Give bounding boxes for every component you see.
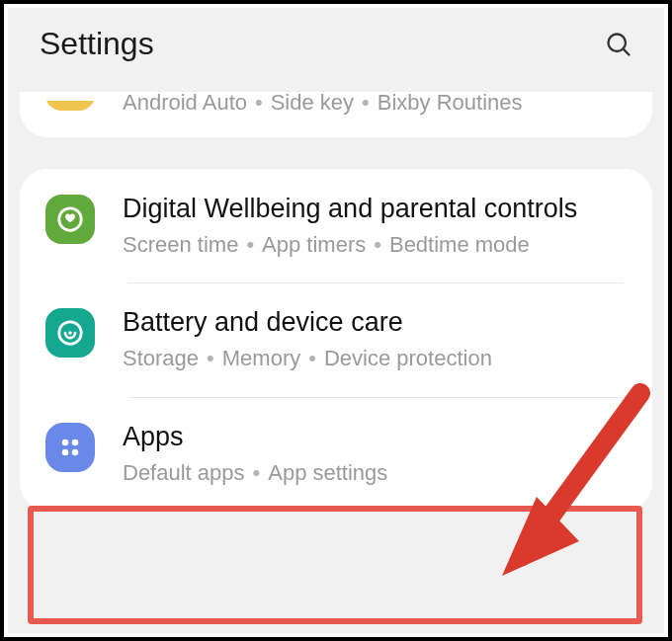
svg-line-1: [624, 48, 630, 54]
wellbeing-icon: [45, 195, 95, 244]
search-button[interactable]: [603, 29, 634, 60]
icon-wrap: [42, 306, 99, 358]
svg-point-5: [62, 440, 69, 446]
icon-wrap: [42, 421, 99, 472]
page-title: Settings: [40, 26, 154, 62]
settings-row-battery-device-care[interactable]: Battery and device care Storage•Memory•D…: [20, 282, 652, 396]
row-text: Digital Wellbeing and parental controls …: [123, 193, 630, 259]
settings-card-main: Digital Wellbeing and parental controls …: [20, 169, 652, 511]
settings-row-apps[interactable]: Apps Default apps•App settings: [20, 397, 652, 511]
row-title: Battery and device care: [123, 306, 630, 340]
settings-row-advanced[interactable]: Android Auto•Side key•Bixby Routines: [20, 92, 652, 137]
row-text: Android Auto•Side key•Bixby Routines: [123, 98, 630, 114]
annotation-highlight-box: [28, 506, 642, 624]
row-subtitle: Storage•Memory•Device protection: [123, 344, 630, 373]
row-subtitle: Android Auto•Side key•Bixby Routines: [123, 92, 630, 114]
settings-screen: Settings Android Auto•Side key•Bixby Rou…: [8, 8, 664, 633]
svg-point-7: [62, 449, 69, 456]
row-subtitle: Default apps•App settings: [123, 458, 630, 488]
row-text: Apps Default apps•App settings: [123, 421, 630, 487]
icon-wrap: [42, 193, 99, 244]
row-subtitle: Screen time•App timers•Bedtime mode: [123, 230, 630, 260]
settings-row-digital-wellbeing[interactable]: Digital Wellbeing and parental controls …: [20, 169, 652, 282]
apps-icon: [45, 423, 95, 472]
svg-point-8: [72, 449, 79, 456]
row-title: Digital Wellbeing and parental controls: [123, 193, 630, 226]
search-icon: [605, 31, 632, 58]
icon-wrap: [42, 101, 99, 111]
row-title: Apps: [123, 421, 630, 454]
settings-card-advanced: Android Auto•Side key•Bixby Routines: [20, 92, 652, 137]
header: Settings: [8, 8, 664, 84]
advanced-icon: [45, 101, 95, 111]
device-care-icon: [45, 308, 95, 358]
row-text: Battery and device care Storage•Memory•D…: [123, 306, 630, 372]
svg-point-6: [72, 440, 79, 446]
svg-point-4: [68, 332, 72, 336]
